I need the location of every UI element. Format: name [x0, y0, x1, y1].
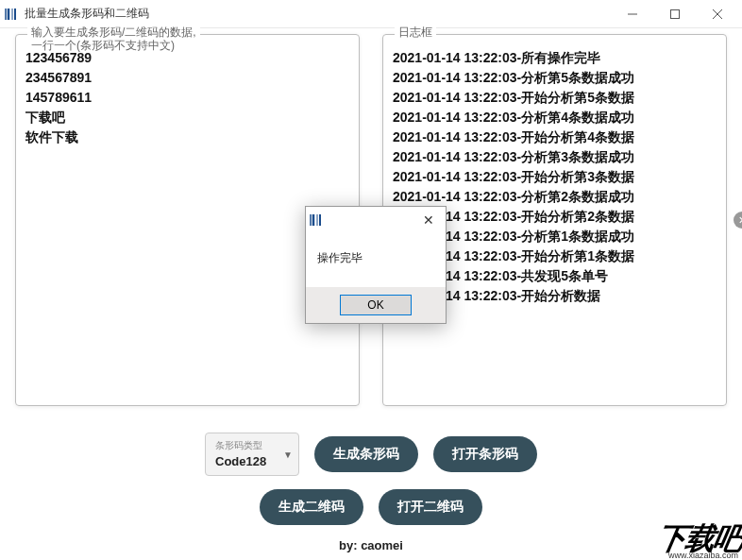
input-line: 145789611 — [25, 88, 349, 108]
close-button[interactable] — [696, 1, 738, 27]
log-line: 2021-01-14 13:22:03-分析第4条数据成功 — [393, 108, 717, 127]
input-panel-label: 输入要生成条形码/二维码的数据, 一行一个(条形码不支持中文) — [27, 25, 200, 53]
chevron-down-icon: ▼ — [283, 450, 293, 460]
app-icon — [4, 7, 19, 22]
log-line: 2021-01-14 13:22:03-分析第5条数据成功 — [393, 68, 717, 88]
input-line: 软件下载 — [25, 127, 349, 147]
window-controls — [611, 1, 738, 27]
dialog-icon — [310, 212, 325, 228]
generate-barcode-button[interactable]: 生成条形码 — [314, 436, 418, 472]
generate-qr-button[interactable]: 生成二维码 — [260, 489, 363, 525]
open-qr-button[interactable]: 打开二维码 — [379, 489, 482, 525]
titlebar: 批量生成条形码和二维码 — [0, 0, 742, 28]
input-line: 234567891 — [25, 68, 349, 88]
log-panel-label: 日志框 — [395, 25, 436, 39]
dialog-close-button[interactable]: ✕ — [415, 209, 442, 231]
maximize-button[interactable] — [653, 1, 696, 27]
clear-log-icon[interactable]: ✕ — [734, 212, 742, 229]
log-line: 2021-01-14 13:22:03-所有操作完毕 — [393, 48, 717, 68]
barcode-type-select[interactable]: 条形码类型 Code128 ▼ — [205, 433, 299, 476]
log-line: 2021-01-14 13:22:03-开始分析第3条数据 — [393, 167, 717, 187]
select-label: 条形码类型 — [215, 439, 276, 452]
input-textarea[interactable]: 123456789234567891145789611下载吧软件下载 — [25, 48, 349, 147]
minimize-button[interactable] — [611, 1, 653, 27]
select-value: Code128 — [215, 454, 266, 468]
log-line: 2021-01-14 13:22:03-分析第2条数据成功 — [393, 187, 717, 207]
svg-rect-5 — [670, 9, 679, 18]
log-line: 2021-01-14 13:22:03-开始分析第5条数据 — [393, 88, 717, 108]
log-line: 2021-01-14 13:22:03-开始分析第4条数据 — [393, 127, 717, 147]
log-line: 2021-01-14 13:22:03-分析第3条数据成功 — [393, 147, 717, 167]
message-dialog: ✕ 操作完毕 OK — [305, 206, 447, 324]
input-line: 下载吧 — [25, 108, 349, 127]
footer-credit: by: caomei — [0, 538, 742, 552]
ok-button[interactable]: OK — [340, 295, 411, 315]
window-title: 批量生成条形码和二维码 — [25, 6, 611, 22]
dialog-message: 操作完毕 — [306, 233, 446, 287]
open-barcode-button[interactable]: 打开条形码 — [433, 436, 537, 472]
